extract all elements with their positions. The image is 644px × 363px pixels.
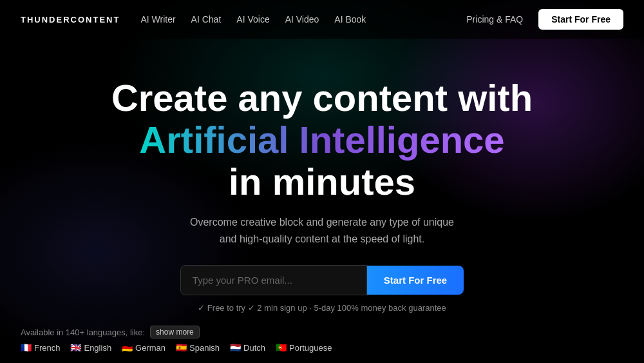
language-list: 🇫🇷 French 🇬🇧 English 🇩🇪 German 🇪🇸 Spanis… <box>21 342 332 353</box>
flag-spanish: 🇪🇸 <box>176 342 187 353</box>
guarantee-text: ✓ Free to try ✓ 2 min sign up · 5-day 10… <box>198 303 446 313</box>
navbar: THUNDERCONTENT AI Writer AI Chat AI Voic… <box>0 0 644 39</box>
lang-label-french: French <box>34 343 60 353</box>
languages-intro-text: Available in 140+ languages, like: <box>21 328 145 337</box>
hero-title-line2: Artificial Intelligence <box>139 119 504 162</box>
nav-left: THUNDERCONTENT AI Writer AI Chat AI Voic… <box>21 14 366 25</box>
nav-item-ai-writer[interactable]: AI Writer <box>140 14 175 25</box>
lang-item-french: 🇫🇷 French <box>21 342 60 353</box>
hero-cta-button[interactable]: Start For Free <box>367 266 464 295</box>
nav-item-ai-video[interactable]: AI Video <box>285 14 319 25</box>
lang-item-portuguese: 🇵🇹 Portuguese <box>276 342 332 353</box>
hero-title-line3: in minutes <box>229 161 415 202</box>
flag-german: 🇩🇪 <box>122 342 133 353</box>
nav-item-ai-chat[interactable]: AI Chat <box>191 14 222 25</box>
show-more-button[interactable]: show more <box>150 326 200 338</box>
nav-right: Pricing & FAQ Start For Free <box>466 9 623 30</box>
languages-intro-row: Available in 140+ languages, like: show … <box>21 326 332 338</box>
lang-item-english: 🇬🇧 English <box>70 342 111 353</box>
flag-english: 🇬🇧 <box>70 342 81 353</box>
languages-section: Available in 140+ languages, like: show … <box>21 326 332 353</box>
hero-title-line1: Create any content with <box>111 77 533 119</box>
email-input[interactable] <box>180 265 367 295</box>
nav-cta-button[interactable]: Start For Free <box>538 9 623 30</box>
lang-item-dutch: 🇳🇱 Dutch <box>230 342 265 353</box>
lang-label-german: German <box>135 343 166 353</box>
nav-item-ai-voice[interactable]: AI Voice <box>236 14 269 25</box>
nav-links: AI Writer AI Chat AI Voice AI Video AI B… <box>140 14 366 25</box>
lang-item-german: 🇩🇪 German <box>122 342 166 353</box>
hero-subtitle: Overcome creative block and generate any… <box>187 214 457 247</box>
flag-dutch: 🇳🇱 <box>230 342 241 353</box>
lang-label-portuguese: Portuguese <box>289 343 332 353</box>
lang-label-dutch: Dutch <box>243 343 265 353</box>
lang-label-spanish: Spanish <box>189 343 220 353</box>
pricing-faq-link[interactable]: Pricing & FAQ <box>466 14 523 25</box>
lang-label-english: English <box>84 343 111 353</box>
lang-item-spanish: 🇪🇸 Spanish <box>176 342 220 353</box>
flag-french: 🇫🇷 <box>21 342 32 353</box>
flag-portuguese: 🇵🇹 <box>276 342 287 353</box>
nav-item-ai-book[interactable]: AI Book <box>334 14 366 25</box>
hero-section: Create any content with Artificial Intel… <box>0 39 644 313</box>
logo: THUNDERCONTENT <box>21 15 120 25</box>
cta-row: Start For Free <box>180 265 464 295</box>
